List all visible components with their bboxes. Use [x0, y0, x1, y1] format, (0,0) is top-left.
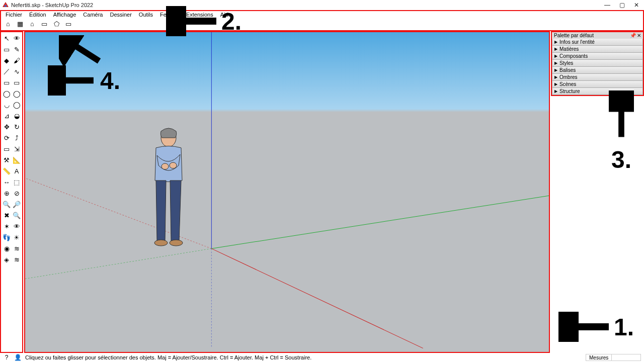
tool-icon[interactable]: A	[12, 165, 22, 176]
menu-outils[interactable]: Outils	[135, 12, 156, 18]
toolbar-icon[interactable]: ▦	[15, 19, 25, 29]
tool-icon[interactable]: ／	[2, 66, 12, 77]
tray-section-label: Styles	[559, 60, 573, 66]
app-icon	[2, 2, 9, 9]
toolbar-icon[interactable]: ⌂	[3, 19, 13, 29]
svg-rect-1	[5, 5, 7, 7]
menu-extensions[interactable]: Extensions	[183, 12, 217, 18]
tool-icon[interactable]: 📐	[12, 154, 22, 165]
tool-icon[interactable]: ◯	[12, 88, 22, 99]
tray-section-label: Structure	[559, 88, 580, 94]
tool-icon[interactable]: ◒	[12, 110, 22, 121]
expand-icon: ▶	[554, 61, 557, 65]
menu-fichier[interactable]: Fichier	[2, 12, 26, 18]
tool-icon[interactable]: ✥	[2, 121, 12, 132]
tool-icon[interactable]: ▭	[2, 77, 12, 88]
tool-icon[interactable]: ⇲	[12, 143, 22, 154]
minimize-button[interactable]: —	[604, 2, 610, 9]
tool-icon[interactable]: ◯	[2, 88, 12, 99]
tray-section[interactable]: ▶Ombres	[552, 74, 643, 81]
tool-icon[interactable]: ◯	[12, 99, 22, 110]
tool-icon[interactable]: ↖	[2, 33, 12, 44]
axes-lines	[25, 32, 549, 348]
help-icon[interactable]: ?	[3, 354, 10, 361]
tool-icon[interactable]: 👁	[12, 33, 22, 44]
tool-icon[interactable]: ≋	[12, 254, 22, 265]
tool-icon[interactable]: 👣	[2, 232, 12, 243]
tray-section[interactable]: ▶Scènes	[552, 81, 643, 88]
side-toolbar: ↖👁▭✎◆🖌／∿▭▭◯◯◡◯⊿◒✥↻⟳⤴▭⇲⚒📐📏A↔⬚⊕⊘🔍🔎✖🔍✶👁👣☀◉≋…	[0, 31, 23, 353]
tool-icon[interactable]: ▭	[2, 44, 12, 55]
tray-section[interactable]: ▶Matières	[552, 46, 643, 53]
expand-icon: ▶	[554, 47, 557, 51]
default-tray-panel: Palette par défaut 📌✕ ▶Infos sur l'entit…	[551, 31, 644, 353]
menu-affichage[interactable]: Affichage	[50, 12, 80, 18]
menu-aide[interactable]: Aide	[217, 12, 235, 18]
toolbar-icon[interactable]: ⬠	[51, 19, 61, 29]
tool-icon[interactable]: ◉	[2, 243, 12, 254]
tray-section[interactable]: ▶Composants	[552, 53, 643, 60]
status-bar: ? 👤 Cliquez ou faites glisser pour sélec…	[0, 353, 644, 362]
tool-icon[interactable]: ✎	[12, 44, 22, 55]
svg-point-12	[170, 240, 183, 246]
svg-line-4	[25, 248, 211, 279]
tray-section[interactable]: ▶Infos sur l'entité	[552, 39, 643, 46]
tray-section-label: Matières	[559, 46, 579, 52]
menu-bar: Fichier Édition Affichage Caméra Dessine…	[0, 10, 644, 18]
tool-icon[interactable]: ◆	[2, 55, 12, 66]
tool-icon[interactable]: ▭	[12, 77, 22, 88]
tray-section-label: Scènes	[559, 81, 576, 87]
tray-section[interactable]: ▶Structure	[552, 88, 643, 95]
window-controls: — ▢ ✕	[604, 2, 642, 9]
tool-icon[interactable]: ⊘	[12, 188, 22, 199]
measurements-box[interactable]: Mesures	[586, 354, 641, 361]
tool-icon[interactable]: ▭	[2, 143, 12, 154]
user-icon[interactable]: 👤	[14, 354, 21, 361]
expand-icon: ▶	[554, 68, 557, 72]
menu-dessiner[interactable]: Dessiner	[106, 12, 135, 18]
tool-icon[interactable]: ⊿	[2, 110, 12, 121]
toolbar-icon[interactable]: ▭	[39, 19, 49, 29]
tool-icon[interactable]: 🔍	[2, 199, 12, 210]
tool-icon[interactable]: ↔	[2, 176, 12, 188]
tool-icon[interactable]: ↻	[12, 121, 22, 132]
tool-icon[interactable]: ◡	[2, 99, 12, 110]
tray-section-label: Composants	[559, 53, 588, 59]
tool-icon[interactable]: ✶	[2, 221, 12, 232]
expand-icon: ▶	[554, 54, 557, 58]
tray-section[interactable]: ▶Balises	[552, 67, 643, 74]
tool-icon[interactable]: 🔎	[12, 199, 22, 210]
toolbar-icon[interactable]: ⌂	[27, 19, 37, 29]
tool-icon[interactable]: ✖	[2, 210, 12, 221]
tool-icon[interactable]: ☀	[12, 232, 22, 243]
tool-icon[interactable]: 🔍	[12, 210, 22, 221]
close-button[interactable]: ✕	[634, 2, 639, 9]
menu-camera[interactable]: Caméra	[79, 12, 106, 18]
menu-edition[interactable]: Édition	[26, 12, 50, 18]
tool-icon[interactable]: 👁	[12, 221, 22, 232]
tool-icon[interactable]: ⤴	[12, 132, 22, 143]
tray-title: Palette par défaut	[554, 33, 594, 38]
tray-section[interactable]: ▶Styles	[552, 60, 643, 67]
tray-close-icon[interactable]: ✕	[637, 33, 641, 38]
scale-figure-person[interactable]	[141, 125, 196, 251]
maximize-button[interactable]: ▢	[619, 2, 625, 9]
tool-icon[interactable]: ⟳	[2, 132, 12, 143]
window-title: Nefertiti.skp - SketchUp Pro 2022	[11, 2, 93, 8]
tray-section-label: Ombres	[559, 74, 578, 80]
tool-icon[interactable]: ⚒	[2, 154, 12, 165]
tool-icon[interactable]: ⊕	[2, 188, 12, 199]
tray-pin-icon[interactable]: 📌	[630, 33, 636, 38]
svg-point-11	[154, 240, 168, 246]
tray-title-bar[interactable]: Palette par défaut 📌✕	[552, 32, 643, 39]
tool-icon[interactable]: ◈	[2, 254, 12, 265]
tool-icon[interactable]: 📏	[2, 165, 12, 176]
tool-icon[interactable]: ∿	[12, 66, 22, 77]
menu-fenetre[interactable]: Fenêtre	[156, 12, 183, 18]
tool-icon[interactable]: ⬚	[12, 176, 22, 188]
tool-icon[interactable]: 🖌	[12, 55, 22, 66]
toolbar-icon[interactable]: ▭	[63, 19, 73, 29]
tool-icon[interactable]: ≋	[12, 243, 22, 254]
expand-icon: ▶	[554, 75, 557, 79]
viewport-3d[interactable]	[24, 31, 550, 353]
